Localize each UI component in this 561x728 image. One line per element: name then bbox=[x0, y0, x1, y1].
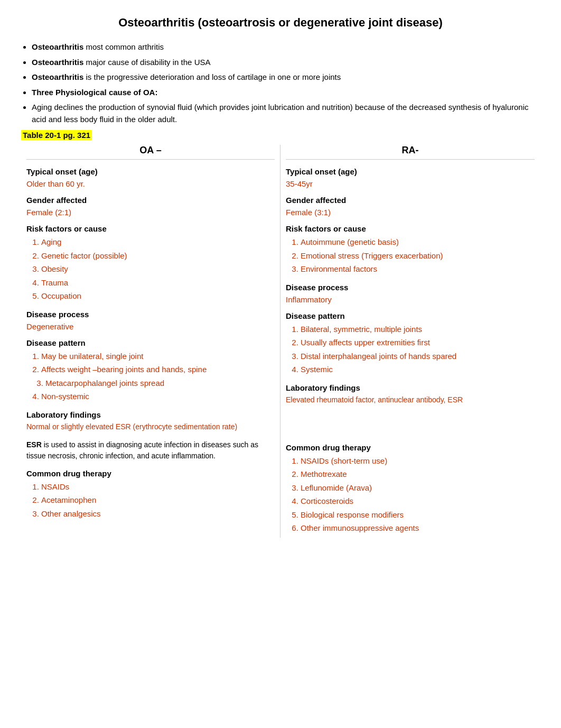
oa-drug-list: NSAIDs Acetaminophen Other analgesics bbox=[41, 481, 275, 520]
oa-risk-label: Risk factors or cause bbox=[26, 224, 275, 233]
list-item: NSAIDs (short-term use) bbox=[301, 455, 535, 467]
oa-typical-onset-value: Older than 60 yr. bbox=[26, 179, 275, 188]
esr-note-wrapper: ESR is used to assist in diagnosing acut… bbox=[26, 439, 275, 462]
list-item: Other immunosuppressive agents bbox=[301, 522, 535, 535]
bullet-2-rest: major cause of disability in the USA bbox=[83, 58, 210, 67]
ra-drug-list: NSAIDs (short-term use) Methotrexate Lef… bbox=[301, 455, 535, 535]
ra-disease-pattern-label: Disease pattern bbox=[286, 311, 535, 320]
list-item: Corticosteroids bbox=[301, 495, 535, 508]
list-item: Affects weight –bearing joints and hands… bbox=[41, 364, 275, 376]
list-item: Autoimmune (genetic basis) bbox=[301, 236, 535, 248]
list-item: Environmental factors bbox=[301, 263, 535, 275]
esr-bold: ESR bbox=[26, 440, 42, 449]
oa-typical-onset-label: Typical onset (age) bbox=[26, 167, 275, 176]
oa-header: OA – bbox=[26, 145, 275, 160]
list-item: Usually affects upper extremities first bbox=[301, 337, 535, 349]
oa-gender-value: Female (2:1) bbox=[26, 208, 275, 217]
oa-disease-process-label: Disease process bbox=[26, 310, 275, 319]
list-item: Systemic bbox=[301, 364, 535, 376]
oa-lab-label: Laboratory findings bbox=[26, 410, 275, 419]
bullet-3-rest: is the progressive deterioration and los… bbox=[83, 72, 341, 81]
oa-disease-process-value: Degenerative bbox=[26, 322, 275, 331]
table-label: Table 20-1 pg. 321 bbox=[21, 130, 92, 140]
list-item: Methotrexate bbox=[301, 468, 535, 481]
list-item: Bilateral, symmetric, multiple joints bbox=[301, 324, 535, 336]
oa-risk-list: Aging Genetic factor (possible) Obesity … bbox=[41, 236, 275, 302]
ra-lab-value: Elevated rheumatoid factor, antinuclear … bbox=[286, 395, 535, 404]
ra-lab-label: Laboratory findings bbox=[286, 383, 535, 392]
oa-gender-label: Gender affected bbox=[26, 196, 275, 205]
list-item: Leflunomide (Arava) bbox=[301, 482, 535, 494]
esr-text: is used to assist in diagnosing acute in… bbox=[26, 440, 258, 460]
list-item: NSAIDs bbox=[41, 481, 275, 493]
aging-rest: Aging declines the production of synovia… bbox=[32, 103, 529, 124]
ra-gender-value: Female (3:1) bbox=[286, 208, 535, 217]
list-item: Distal interphalangeal joints of hands s… bbox=[301, 351, 535, 363]
list-item: Genetic factor (possible) bbox=[41, 250, 275, 262]
intro-bullets: Osteoarthritis most common arthritis Ost… bbox=[32, 41, 540, 125]
list-item: Metacarpophalangel joints spread bbox=[45, 377, 275, 390]
list-item: Emotional stress (Triggers exacerbation) bbox=[301, 250, 535, 262]
bullet-1: Osteoarthritis most common arthritis bbox=[32, 41, 540, 53]
list-item: Acetaminophen bbox=[41, 494, 275, 506]
table-label-wrapper: Table 20-1 pg. 321 bbox=[21, 131, 540, 140]
bullet-3: Osteoarthritis is the progressive deteri… bbox=[32, 71, 540, 84]
bullet-2: Osteoarthritis major cause of disability… bbox=[32, 57, 540, 69]
ra-risk-label: Risk factors or cause bbox=[286, 224, 535, 233]
esr-note: ESR is used to assist in diagnosing acut… bbox=[26, 439, 275, 462]
ra-spacer bbox=[286, 404, 535, 436]
list-item: Occupation bbox=[41, 290, 275, 302]
bullet-2-bold: Osteoarthritis bbox=[32, 58, 83, 67]
comparison-table: OA – Typical onset (age) Older than 60 y… bbox=[21, 145, 540, 538]
ra-column: RA- Typical onset (age) 35-45yr Gender a… bbox=[280, 145, 540, 538]
list-item: Aging bbox=[41, 236, 275, 248]
bullet-1-bold: Osteoarthritis bbox=[32, 42, 83, 51]
bullet-3-bold: Osteoarthritis bbox=[32, 72, 83, 81]
list-item: Non-systemic bbox=[41, 391, 275, 403]
list-item: Trauma bbox=[41, 277, 275, 289]
list-item: Biological response modifiers bbox=[301, 509, 535, 521]
ra-gender-label: Gender affected bbox=[286, 196, 535, 205]
bullet-aging: Aging declines the production of synovia… bbox=[32, 102, 540, 125]
oa-drug-label: Common drug therapy bbox=[26, 469, 275, 478]
oa-disease-pattern-label: Disease pattern bbox=[26, 338, 275, 347]
oa-column: OA – Typical onset (age) Older than 60 y… bbox=[21, 145, 280, 538]
list-item: Obesity bbox=[41, 263, 275, 275]
ra-typical-onset-label: Typical onset (age) bbox=[286, 167, 535, 176]
ra-disease-process-label: Disease process bbox=[286, 283, 535, 292]
ra-disease-pattern-list: Bilateral, symmetric, multiple joints Us… bbox=[301, 324, 535, 376]
ra-risk-list: Autoimmune (genetic basis) Emotional str… bbox=[301, 236, 535, 275]
list-item: Other analgesics bbox=[41, 508, 275, 520]
bullet-4-bold: Three Physiological cause of OA: bbox=[32, 88, 157, 97]
ra-typical-onset-value: 35-45yr bbox=[286, 179, 535, 188]
ra-disease-process-value: Inflammatory bbox=[286, 295, 535, 304]
oa-lab-value: Normal or slightly elevated ESR (erythro… bbox=[26, 422, 275, 431]
ra-header: RA- bbox=[286, 145, 535, 160]
list-item: May be unilateral, single joint bbox=[41, 351, 275, 363]
page-title: Osteoarthritis (osteoartrosis or degener… bbox=[21, 16, 540, 30]
bullet-1-rest: most common arthritis bbox=[83, 42, 164, 51]
oa-disease-pattern-list: May be unilateral, single joint Affects … bbox=[41, 351, 275, 403]
bullet-4: Three Physiological cause of OA: bbox=[32, 87, 540, 99]
ra-drug-label: Common drug therapy bbox=[286, 443, 535, 452]
